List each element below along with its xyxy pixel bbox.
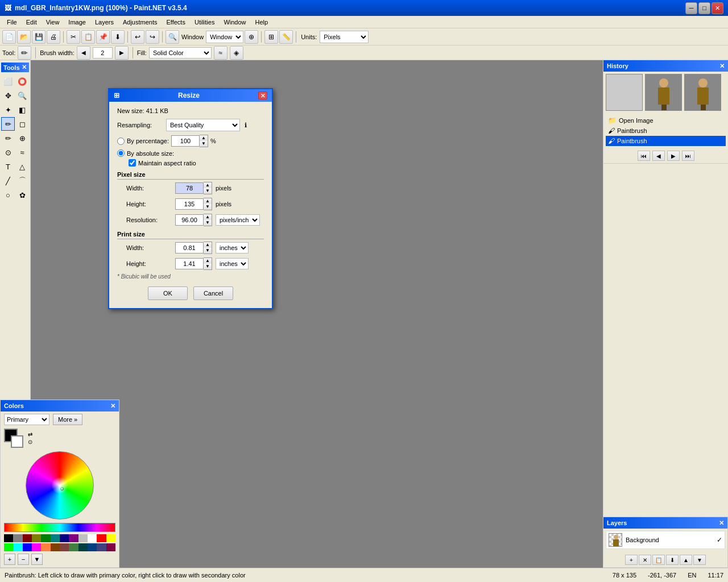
open-button[interactable]: 📂 xyxy=(17,30,31,44)
copy-button[interactable]: 📋 xyxy=(81,30,95,44)
tool-icon[interactable]: ✏ xyxy=(18,46,31,60)
redo-button[interactable]: ↪ xyxy=(146,30,159,44)
percentage-down[interactable]: ▼ xyxy=(200,141,208,147)
resolution-up[interactable]: ▲ xyxy=(204,214,212,220)
add-layer-btn[interactable]: + xyxy=(625,555,638,565)
brush-increase[interactable]: ▶ xyxy=(115,46,129,60)
tool-paint-bucket[interactable]: ◧ xyxy=(15,103,29,117)
history-close[interactable]: ✕ xyxy=(719,63,725,70)
blend-mode[interactable]: ≈ xyxy=(214,46,228,60)
history-item-2[interactable]: 🖌 Paintbrush xyxy=(606,136,726,146)
resolution-unit-select[interactable]: pixels/inch pixels/cm xyxy=(216,214,260,226)
pixel-height-input[interactable] xyxy=(175,198,204,210)
tool-eyedropper[interactable]: ⊕ xyxy=(15,131,29,145)
palette-swatch[interactable] xyxy=(78,543,88,551)
color-bar[interactable] xyxy=(4,523,115,532)
tool-ellipse[interactable]: ○ xyxy=(1,188,15,202)
minimize-button[interactable]: ─ xyxy=(685,2,697,14)
tool-eraser[interactable]: ◻ xyxy=(15,117,29,131)
percentage-up[interactable]: ▲ xyxy=(200,135,208,141)
palette-swatch[interactable] xyxy=(4,534,13,542)
remove-color-btn[interactable]: − xyxy=(18,554,29,565)
palette-swatch[interactable] xyxy=(88,534,97,542)
palette-swatch[interactable] xyxy=(69,534,78,542)
palette-swatch[interactable] xyxy=(32,534,41,542)
resolution-input[interactable] xyxy=(175,214,204,226)
palette-swatch[interactable] xyxy=(88,543,97,551)
zoom-btn[interactable]: ⊕ xyxy=(245,30,258,44)
reset-colors-btn[interactable]: ⊙ xyxy=(28,439,32,445)
resampling-select[interactable]: Best Quality Bicubic Bilinear Nearest Ne… xyxy=(166,119,240,131)
history-thumb-3[interactable] xyxy=(684,74,721,111)
print-width-down[interactable]: ▼ xyxy=(204,248,212,253)
tools-close[interactable]: ✕ xyxy=(22,64,27,71)
palette-swatch[interactable] xyxy=(106,534,115,542)
tool-recolor[interactable]: ≈ xyxy=(15,146,29,159)
move-layer-up-btn[interactable]: ▲ xyxy=(680,555,692,565)
paste-button[interactable]: 📌 xyxy=(96,30,110,44)
swap-colors-btn[interactable]: ⇄ xyxy=(28,431,32,438)
layer-visible-icon[interactable]: ✓ xyxy=(717,536,722,544)
tool-clone[interactable]: ⊙ xyxy=(1,146,15,159)
palette-swatch[interactable] xyxy=(23,534,32,542)
tool-zoom[interactable]: 🔍 xyxy=(15,89,29,102)
window-select[interactable]: Window xyxy=(206,31,243,43)
tool-paintbrush[interactable]: ✏ xyxy=(1,117,15,131)
resolution-down[interactable]: ▼ xyxy=(204,220,212,226)
palette-swatch[interactable] xyxy=(41,534,50,542)
ok-button[interactable]: OK xyxy=(148,286,188,300)
cut-button[interactable]: ✂ xyxy=(67,30,80,44)
fill-select[interactable]: Solid Color No Fill xyxy=(149,47,212,59)
merge-layer-btn[interactable]: ⬇ xyxy=(666,555,679,565)
secondary-color-swatch[interactable] xyxy=(11,435,23,448)
pixel-width-down[interactable]: ▼ xyxy=(204,188,212,194)
palette-swatch[interactable] xyxy=(78,534,88,542)
tool-curves[interactable]: ⌒ xyxy=(15,174,29,188)
tool-freeform[interactable]: ✿ xyxy=(15,188,29,202)
print-width-up[interactable]: ▲ xyxy=(204,242,212,248)
tool-line[interactable]: ╱ xyxy=(1,174,15,188)
new-button[interactable]: 📄 xyxy=(2,30,16,44)
undo-button[interactable]: ↩ xyxy=(131,30,144,44)
pixel-width-input[interactable] xyxy=(175,182,204,194)
brush-size-input[interactable]: 2 xyxy=(93,47,113,59)
primary-secondary-select[interactable]: Primary Secondary xyxy=(4,414,49,425)
zoom-tool[interactable]: 🔍 xyxy=(166,30,179,44)
by-percentage-radio[interactable] xyxy=(117,138,125,145)
history-thumb-1[interactable] xyxy=(606,74,643,111)
delete-layer-btn[interactable]: ✕ xyxy=(639,555,651,565)
menu-adjustments[interactable]: Adjustments xyxy=(118,18,162,27)
palette-swatch[interactable] xyxy=(32,543,41,551)
menu-help[interactable]: Help xyxy=(251,18,273,27)
tool-move[interactable]: ✥ xyxy=(1,89,15,102)
palette-swatch[interactable] xyxy=(13,534,22,542)
palette-swatch[interactable] xyxy=(23,543,32,551)
tool-text[interactable]: T xyxy=(1,160,15,173)
move-layer-down-btn[interactable]: ▼ xyxy=(693,555,706,565)
more-colors-button[interactable]: More » xyxy=(53,414,82,425)
opacity-btn[interactable]: ◈ xyxy=(230,46,243,60)
print-height-up[interactable]: ▲ xyxy=(204,258,212,264)
print-height-unit-select[interactable]: inches cm xyxy=(216,258,249,269)
palette-swatch[interactable] xyxy=(51,543,60,551)
tool-select-lasso[interactable]: ⭕ xyxy=(15,74,29,88)
save-button[interactable]: 💾 xyxy=(32,30,46,44)
close-button[interactable]: ✕ xyxy=(712,2,723,14)
by-absolute-radio[interactable] xyxy=(117,149,125,157)
menu-layers[interactable]: Layers xyxy=(90,18,118,27)
history-prev-btn[interactable]: ◀ xyxy=(652,151,665,161)
print-button[interactable]: 🖨 xyxy=(47,30,60,44)
menu-image[interactable]: Image xyxy=(64,18,90,27)
palette-swatch[interactable] xyxy=(41,543,50,551)
ruler-btn[interactable]: 📏 xyxy=(279,30,293,44)
history-first-btn[interactable]: ⏮ xyxy=(638,151,650,161)
pixel-height-up[interactable]: ▲ xyxy=(204,198,212,204)
color-options-btn[interactable]: ▼ xyxy=(31,554,43,565)
palette-swatch[interactable] xyxy=(97,534,106,542)
palette-swatch[interactable] xyxy=(69,543,78,551)
tool-shapes[interactable]: △ xyxy=(15,160,29,173)
print-height-input[interactable] xyxy=(175,258,204,269)
pixel-width-up[interactable]: ▲ xyxy=(204,182,212,188)
print-height-down[interactable]: ▼ xyxy=(204,264,212,269)
tool-magic-wand[interactable]: ✦ xyxy=(1,103,15,117)
